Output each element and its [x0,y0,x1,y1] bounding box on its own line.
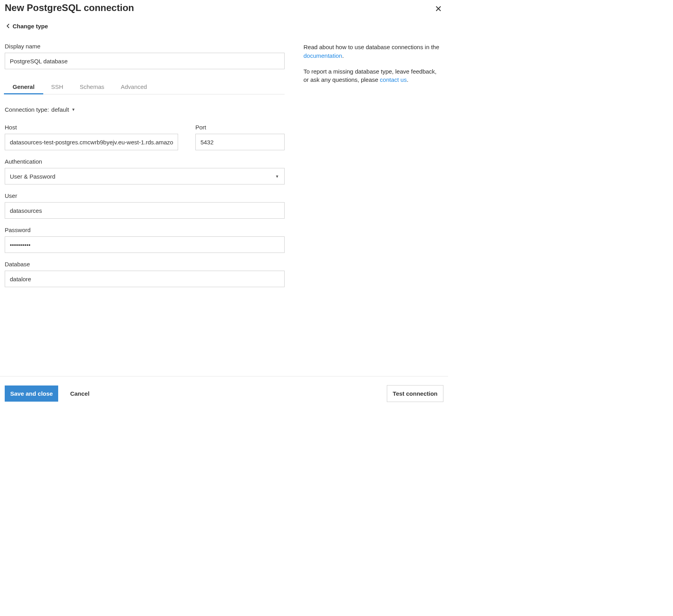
database-label: Database [5,261,285,267]
auth-select[interactable] [5,168,285,184]
documentation-link[interactable]: documentation [303,52,342,59]
user-label: User [5,192,285,199]
password-label: Password [5,227,285,233]
help-text-documentation: Read about how to use database connectio… [303,43,443,60]
connection-type-dropdown[interactable]: Connection type: default ▼ [5,106,285,113]
database-input[interactable] [5,271,285,287]
chevron-down-icon: ▼ [72,107,75,112]
tab-advanced[interactable]: Advanced [121,79,147,94]
user-input[interactable] [5,202,285,219]
tab-general[interactable]: General [13,79,35,94]
change-type-label: Change type [13,23,48,30]
save-button[interactable]: Save and close [5,385,58,402]
display-name-label: Display name [5,43,285,50]
close-icon[interactable]: ✕ [433,2,443,16]
display-name-input[interactable] [5,53,285,69]
footer: Save and close Cancel Test connection [0,376,448,411]
cancel-button[interactable]: Cancel [64,385,95,402]
port-input[interactable] [195,134,285,150]
tabs: General SSH Schemas Advanced [5,79,285,94]
tab-ssh[interactable]: SSH [51,79,63,94]
auth-label: Authentication [5,158,285,165]
connection-type-label: Connection type: [5,106,49,113]
connection-type-value: default [51,106,69,113]
host-input[interactable] [5,134,178,150]
help-text-contact: To report a missing database type, leave… [303,67,443,85]
host-label: Host [5,124,178,131]
test-connection-button[interactable]: Test connection [387,385,443,402]
chevron-left-icon [6,23,9,30]
contact-link[interactable]: contact us [380,76,406,83]
password-input[interactable] [5,236,285,253]
port-label: Port [195,124,285,131]
tab-schemas[interactable]: Schemas [80,79,105,94]
change-type-button[interactable]: Change type [0,16,448,30]
page-title: New PostgreSQL connection [5,2,134,13]
